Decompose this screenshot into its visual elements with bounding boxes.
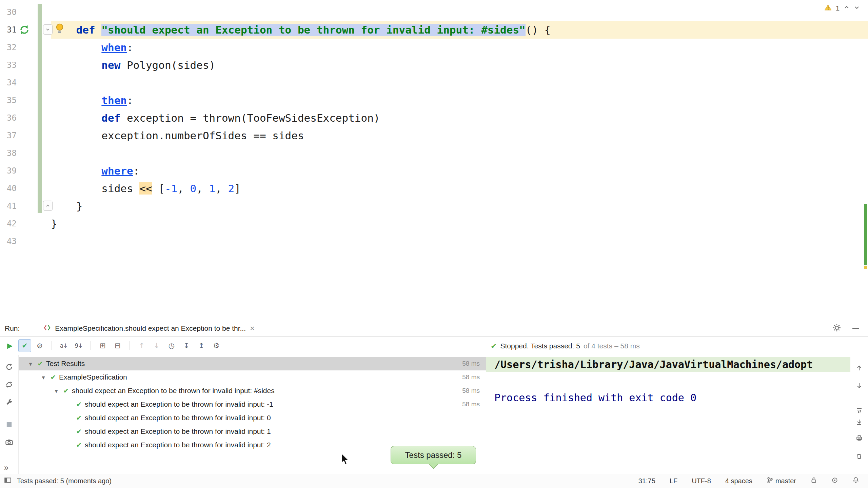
stop-icon[interactable] bbox=[5, 420, 14, 429]
test-tree-row[interactable]: ▾✔should expect an Exception to be throw… bbox=[19, 384, 486, 398]
expand-all-button[interactable]: ⊞ bbox=[96, 339, 109, 352]
test-tree-row[interactable]: ✔should expect an Exception to be thrown… bbox=[19, 411, 486, 425]
chevron-down-icon[interactable]: ▾ bbox=[52, 387, 61, 394]
next-failed-test-button[interactable]: ↓ bbox=[150, 339, 163, 352]
inspections-widget[interactable]: 1 bbox=[824, 4, 860, 12]
print-icon[interactable] bbox=[855, 434, 863, 442]
test-history-button[interactable]: ◷ bbox=[165, 339, 178, 352]
collapse-all-button[interactable]: ⊟ bbox=[111, 339, 124, 352]
test-runner-toolbar-row: ▶✔⊘a↓9↓⊞⊟↑↓◷↧↥⚙ ✔ Stopped. Tests passed:… bbox=[0, 337, 868, 355]
run-tab[interactable]: ExampleSpecification.should expect an Ex… bbox=[40, 320, 258, 337]
code-segment: [ bbox=[152, 182, 165, 195]
test-tree-row[interactable]: ✔should expect an Exception to be thrown… bbox=[19, 398, 486, 411]
caret-position[interactable]: 31:75 bbox=[638, 477, 655, 485]
line-number: 42 bbox=[0, 215, 17, 232]
code-line-36[interactable]: def exception = thrown(TooFewSidesExcept… bbox=[0, 109, 868, 127]
sync-icon[interactable] bbox=[5, 380, 14, 389]
clear-console-trash-icon[interactable] bbox=[855, 452, 863, 460]
test-passed-check-icon: ✔ bbox=[35, 360, 45, 368]
scroll-to-end-icon[interactable] bbox=[855, 418, 863, 426]
tool-window-toggle-icon[interactable] bbox=[4, 476, 12, 486]
console-output-line[interactable]: /Users/trisha/Library/Java/JavaVirtualMa… bbox=[486, 357, 850, 372]
code-segment: when bbox=[101, 41, 127, 54]
code-line-34[interactable] bbox=[0, 74, 868, 92]
scroll-up-icon[interactable] bbox=[855, 364, 863, 372]
code-segment: "should expect an Exception to be thrown… bbox=[101, 24, 525, 36]
file-encoding[interactable]: UTF-8 bbox=[692, 477, 711, 485]
code-line-39[interactable]: where: bbox=[0, 162, 868, 180]
sort-by-duration-button[interactable]: 9↓ bbox=[72, 339, 85, 352]
code-line-33[interactable]: new Polygon(sides) bbox=[0, 56, 868, 74]
import-tests-button[interactable]: ↧ bbox=[180, 339, 193, 352]
screenshot-camera-icon[interactable] bbox=[5, 438, 14, 447]
scrollbar-warning-marker[interactable] bbox=[864, 266, 867, 269]
code-line-41[interactable]: } bbox=[0, 197, 868, 215]
code-line-30[interactable] bbox=[0, 3, 868, 21]
test-tree-label: should expect an Exception to be thrown … bbox=[85, 414, 271, 422]
code-line-37[interactable]: exception.numberOfSides == sides bbox=[0, 127, 868, 144]
test-duration: 58 ms bbox=[462, 401, 486, 408]
code-segment bbox=[51, 182, 101, 195]
code-segment: -1 bbox=[165, 182, 177, 195]
tooltip-text: Tests passed: 5 bbox=[405, 450, 462, 460]
code-segment: def bbox=[101, 112, 127, 124]
code-segment: exception = thrown(TooFewSidesException) bbox=[127, 112, 380, 124]
status-main-text: Stopped. Tests passed: 5 bbox=[500, 342, 580, 350]
code-line-40[interactable]: sides << [-1, 0, 1, 2] bbox=[0, 180, 868, 197]
previous-failed-test-button[interactable]: ↑ bbox=[135, 339, 148, 352]
toolbar-separator bbox=[130, 341, 130, 350]
test-passed-check-icon: ✔ bbox=[74, 427, 84, 435]
status-widget-icon[interactable] bbox=[831, 477, 838, 485]
code-line-38[interactable] bbox=[0, 144, 868, 162]
scroll-down-icon[interactable] bbox=[855, 382, 863, 390]
test-tree-row[interactable]: ▾✔Test Results58 ms bbox=[19, 357, 486, 370]
test-tree-row[interactable]: ▾✔ExampleSpecification58 ms bbox=[19, 370, 486, 384]
editor-line-numbers: 3031323334353637383940414243 bbox=[0, 3, 17, 250]
git-branch-icon bbox=[767, 477, 773, 485]
test-tree-label: should expect an Exception to be thrown … bbox=[85, 441, 271, 449]
code-line-43[interactable] bbox=[0, 232, 868, 250]
run-configuration-icon bbox=[43, 324, 51, 333]
code-line-35[interactable]: then: bbox=[0, 92, 868, 109]
code-segment: sides bbox=[101, 182, 139, 195]
soft-wrap-icon[interactable] bbox=[855, 406, 863, 414]
more-tool-windows-icon[interactable]: » bbox=[4, 463, 8, 472]
scrollbar-change-marker[interactable] bbox=[864, 204, 867, 265]
export-tests-button[interactable]: ↥ bbox=[195, 339, 208, 352]
run-settings-button[interactable]: ⚙ bbox=[210, 339, 223, 352]
notifications-bell-icon[interactable] bbox=[852, 477, 859, 485]
hide-panel-icon[interactable] bbox=[852, 328, 859, 329]
rerun-tests-button[interactable]: ▶ bbox=[3, 339, 16, 352]
line-separator[interactable]: LF bbox=[670, 477, 677, 485]
chevron-down-icon[interactable]: ▾ bbox=[26, 360, 35, 367]
chevron-down-icon[interactable]: ▾ bbox=[39, 374, 48, 381]
close-tab-icon[interactable]: × bbox=[250, 324, 255, 333]
next-problem-icon[interactable] bbox=[854, 4, 860, 12]
code-segment: Polygon(sides) bbox=[127, 59, 215, 71]
code-line-42[interactable]: } bbox=[0, 215, 868, 232]
indent-style[interactable]: 4 spaces bbox=[725, 477, 752, 485]
sort-alphabetically-button[interactable]: a↓ bbox=[57, 339, 70, 352]
line-number: 37 bbox=[0, 127, 17, 144]
prev-problem-icon[interactable] bbox=[844, 4, 850, 12]
line-number: 33 bbox=[0, 56, 17, 74]
intention-bulb-icon[interactable] bbox=[55, 23, 64, 35]
run-console[interactable]: /Users/trisha/Library/Java/JavaVirtualMa… bbox=[486, 355, 850, 474]
rerun-test-gutter-icon[interactable] bbox=[19, 24, 30, 35]
rerun-icon[interactable] bbox=[5, 363, 14, 371]
run-panel-settings-gear-icon[interactable] bbox=[833, 324, 841, 333]
vcs-change-bar[interactable] bbox=[38, 4, 42, 213]
run-tab-title: ExampleSpecification.should expect an Ex… bbox=[55, 324, 246, 332]
build-wrench-icon[interactable] bbox=[5, 398, 14, 407]
test-tree-row[interactable]: ✔should expect an Exception to be thrown… bbox=[19, 425, 486, 438]
git-branch-widget[interactable]: master bbox=[767, 477, 796, 485]
show-passed-toggle[interactable]: ✔ bbox=[18, 339, 31, 352]
fold-region-start-icon[interactable] bbox=[43, 24, 53, 35]
code-line-31[interactable]: def "should expect an Exception to be th… bbox=[0, 21, 868, 39]
lock-icon[interactable] bbox=[810, 477, 817, 485]
fold-region-end-icon[interactable] bbox=[43, 201, 53, 211]
code-line-32[interactable]: when: bbox=[0, 39, 868, 56]
code-editor[interactable]: def "should expect an Exception to be th… bbox=[0, 0, 868, 320]
show-ignored-toggle[interactable]: ⊘ bbox=[33, 339, 46, 352]
status-message[interactable]: Tests passed: 5 (moments ago) bbox=[17, 477, 112, 485]
